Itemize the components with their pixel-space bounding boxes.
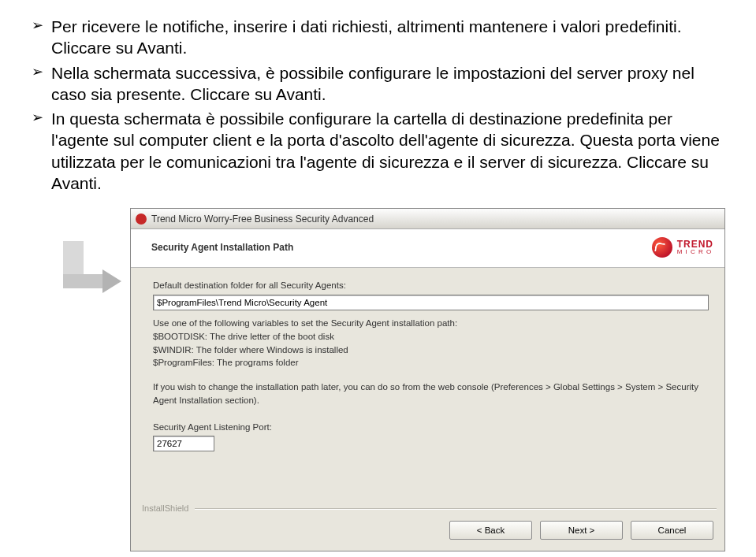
svg-rect-1 — [63, 274, 102, 288]
wizard-body: Default destination folder for all Secur… — [131, 268, 724, 461]
variables-help: Use one of the following variables to se… — [153, 317, 709, 369]
installer-screenshot-wrap: Trend Micro Worry-Free Business Security… — [55, 208, 724, 551]
bullet-text: Nella schermata successiva, è possibile … — [51, 62, 724, 106]
bullet-marker-icon: ➢ — [32, 108, 43, 128]
trend-micro-logo: TREND M I C R O — [652, 237, 713, 258]
bullet-marker-icon: ➢ — [32, 16, 43, 35]
installshield-label: InstallShield — [142, 503, 188, 513]
bullet-item: ➢ Nella schermata successiva, è possibil… — [32, 62, 724, 106]
titlebar: Trend Micro Worry-Free Business Security… — [131, 209, 724, 229]
bullet-item: ➢ In questa schermata è possibile config… — [32, 108, 724, 194]
var-bootdisk: $BOOTDISK: The drive letter of the boot … — [153, 330, 709, 343]
change-later-note: If you wish to change the installation p… — [153, 381, 709, 407]
wizard-header: Security Agent Installation Path TREND M… — [131, 229, 724, 268]
bullet-item: ➢ Per ricevere le notifiche, inserire i … — [32, 16, 724, 59]
window-title: Trend Micro Worry-Free Business Security… — [151, 214, 374, 225]
back-button[interactable]: < Back — [449, 521, 532, 540]
bullet-text: In questa schermata è possibile configur… — [51, 108, 724, 194]
logo-text: TREND M I C R O — [677, 240, 713, 255]
port-label: Security Agent Listening Port: — [153, 422, 709, 432]
wizard-button-row: < Back Next > Cancel — [131, 513, 724, 551]
next-button[interactable]: Next > — [540, 521, 623, 540]
destination-label: Default destination folder for all Secur… — [153, 280, 709, 290]
svg-marker-2 — [102, 269, 121, 293]
bullet-text: Per ricevere le notifiche, inserire i da… — [51, 16, 724, 59]
logo-line2: M I C R O — [677, 249, 713, 255]
logo-ball-icon — [652, 237, 672, 258]
cancel-button[interactable]: Cancel — [631, 521, 713, 540]
var-windir: $WINDIR: The folder where Windows is ins… — [153, 343, 709, 357]
wizard-step-title: Security Agent Installation Path — [151, 242, 293, 253]
installer-window: Trend Micro Worry-Free Business Security… — [130, 208, 725, 551]
installshield-divider: InstallShield — [131, 503, 724, 513]
divider-line — [195, 508, 717, 509]
app-icon — [136, 214, 147, 225]
bullet-marker-icon: ➢ — [32, 62, 43, 82]
callout-arrow-icon — [49, 241, 128, 312]
listening-port-input[interactable] — [153, 436, 214, 451]
instruction-list: ➢ Per ricevere le notifiche, inserire i … — [32, 16, 724, 194]
destination-path-input[interactable] — [153, 295, 709, 310]
var-programfiles: $ProgramFiles: The programs folder — [153, 356, 709, 369]
vars-intro: Use one of the following variables to se… — [153, 317, 709, 330]
